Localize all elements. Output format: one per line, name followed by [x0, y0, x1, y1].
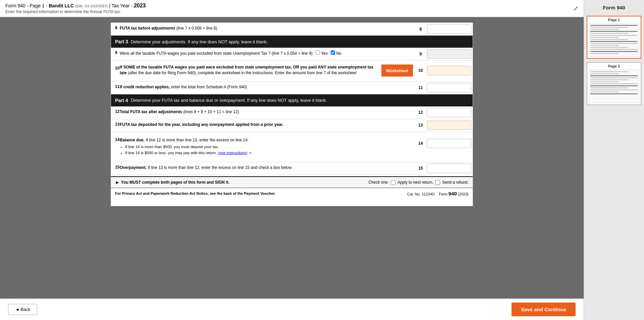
line15-input[interactable]: 0.00 [427, 164, 471, 173]
privacy-row: For Privacy Act and Paperwork Reduction … [111, 188, 473, 199]
line14-desc-bold: Balance due. [120, 138, 145, 142]
line14-bullet2-text: If line 14 is $500 or less, you may pay … [125, 151, 217, 155]
line11-box-num: 11 [416, 82, 426, 94]
line8-field: 60 [426, 23, 473, 35]
thumb-line-8 [590, 39, 628, 40]
external-link-icon: ↗ [249, 151, 251, 155]
line12-desc-sub: (lines 8 + 9 + 10 + 11 = line 12) [183, 109, 239, 114]
top-bar: Form 940 - Page 1 - Bandit LLC (EIN: XX-… [0, 0, 584, 17]
thumb-line-13 [590, 49, 638, 50]
line8-desc: FUTA tax before adjustments (line 7 x 0.… [118, 23, 416, 35]
line11-num: 11 [111, 82, 118, 94]
privacy-year: (2023) [458, 192, 469, 196]
line9-no-checkbox[interactable] [331, 50, 335, 55]
thumb2-line-7 [590, 83, 638, 84]
line14-bullets: If line 14 is more than $500, you must d… [120, 144, 414, 155]
line14-link[interactable]: (see instructions) [218, 151, 248, 155]
part3-header: Part 3 Determine your adjustments. If an… [111, 36, 473, 48]
line13-field: 0.00 [426, 119, 473, 132]
page2-thumbnail [589, 70, 639, 103]
line9-yn-area: Yes No [316, 51, 341, 56]
part4-title: Determine your FUTA tax and balance due … [131, 98, 327, 103]
line12-desc-main: Total FUTA tax after adjustments [120, 109, 182, 114]
line14-input[interactable]: 120.00 [427, 139, 471, 148]
line10-field: 0.00 [426, 64, 473, 77]
line14-box-num: 14 [416, 138, 426, 148]
thumb-line-15 [590, 53, 619, 54]
line-14-row: 14 Balance due. If line 12 is more than … [111, 132, 473, 162]
send-refund-label: Send a refund. [442, 180, 469, 185]
thumb-line-11 [590, 45, 619, 46]
expand-icon[interactable]: ⤢ [573, 5, 578, 12]
line11-desc: If credit reduction applies, enter the t… [118, 82, 416, 94]
line10-desc-main: If SOME of the taxable FUTA wages you pa… [120, 65, 373, 75]
line12-input[interactable]: 120.00 [427, 108, 471, 117]
top-bar-subtitle: Enter the required information to determ… [5, 9, 146, 14]
thumb2-line-2 [590, 73, 619, 74]
bottom-bar: ◄ Back Save and Continue [0, 299, 584, 320]
thumb2-line-9 [590, 87, 628, 88]
tax-year-label: Tax Year - [112, 3, 132, 8]
line14-bullet1: If line 14 is more than $500, you must d… [125, 144, 414, 149]
line-15-row: 15 Overpayment. If line 13 is more than … [111, 162, 473, 175]
line10-right: Worksheet 10 0.00 [381, 63, 473, 77]
line-10-row: 10 If SOME of the taxable FUTA wages you… [111, 60, 473, 82]
thumb2-line-6 [590, 81, 619, 82]
line15-desc-bold: Overpayment. [120, 165, 147, 170]
line8-input[interactable]: 60 [427, 25, 471, 34]
back-button[interactable]: ◄ Back [8, 304, 37, 315]
line9-input[interactable]: 0.00 [427, 49, 471, 59]
line9-desc-sub: (line 7 x 0.054 = line 9) [272, 51, 313, 56]
part4-label: Part 4 [115, 98, 128, 103]
line12-field: 120.00 [426, 106, 473, 119]
line-8-row: 8 FUTA tax before adjustments (line 7 x … [111, 23, 473, 36]
line8-box-num: 8 [416, 23, 426, 35]
part3-title: Determine your adjustments. If any line … [131, 39, 268, 44]
line10-desc: If SOME of the taxable FUTA wages you pa… [118, 63, 381, 79]
thumb-line-4 [590, 31, 638, 32]
line13-input[interactable]: 0.00 [427, 121, 471, 130]
send-refund-checkbox[interactable] [435, 180, 440, 185]
line9-field: 0.00 [426, 48, 473, 60]
company-name: Bandit LLC [49, 3, 74, 8]
thumb-line-6 [590, 35, 638, 36]
worksheet-button[interactable]: Worksheet [381, 64, 413, 77]
line13-desc-main: FUTA tax deposited for the year, includi… [120, 122, 283, 127]
thumb2-line-3 [590, 75, 638, 76]
page2-thumb[interactable]: Page 2 [587, 62, 641, 105]
thumb-line-9 [590, 41, 638, 42]
page2-label: Page 2 [589, 64, 639, 68]
check-one-label: Check one: [368, 180, 389, 185]
line10-desc-sub: (after the due date for filing Form 940)… [128, 71, 357, 75]
thumb2-line-12 [590, 93, 638, 94]
line15-num: 15 [111, 162, 118, 175]
line8-desc-sub: (line 7 x 0.006 = line 8) [176, 26, 217, 31]
save-continue-button[interactable]: Save and Continue [512, 303, 576, 316]
page1-thumb[interactable]: Page 1 [587, 16, 641, 59]
check-one-area: Check one: Apply to next return. Send a … [368, 180, 469, 185]
line12-num: 12 [111, 106, 118, 119]
line14-field: 120.00 [426, 137, 473, 149]
line9-yes-checkbox[interactable] [316, 50, 320, 55]
page-title: Form 940 - Page 1 - Bandit LLC (EIN: XX-… [5, 3, 146, 9]
line11-input[interactable]: 60.00 [427, 83, 471, 92]
sidebar: Form 940 Page 1 Page 2 [584, 0, 644, 320]
line12-box-num: 12 [416, 106, 426, 119]
line10-input[interactable]: 0.00 [427, 66, 471, 75]
line13-num: 13 [111, 119, 118, 132]
line9-box-num: 9 [416, 48, 426, 60]
apply-next-return-checkbox[interactable] [391, 180, 395, 185]
line14-bullet2: If line 14 is $500 or less, you may pay … [125, 150, 414, 155]
thumb2-line-1 [590, 71, 628, 72]
thumb-line-12 [590, 47, 628, 48]
line13-box-num: 13 [416, 119, 426, 132]
privacy-form-ref: Form [439, 192, 447, 196]
privacy-form-num: 940 [448, 191, 457, 196]
separator: | [109, 3, 110, 8]
footer-must-text: You MUST complete both pages of this for… [121, 180, 229, 185]
line9-desc: Were all the taxable FUTA wages you paid… [118, 48, 416, 60]
line14-right: 14 120.00 [416, 135, 473, 149]
line11-field: 60.00 [426, 82, 473, 94]
line9-yes-label: Yes [321, 51, 328, 56]
tax-year: 2023 [134, 3, 146, 8]
